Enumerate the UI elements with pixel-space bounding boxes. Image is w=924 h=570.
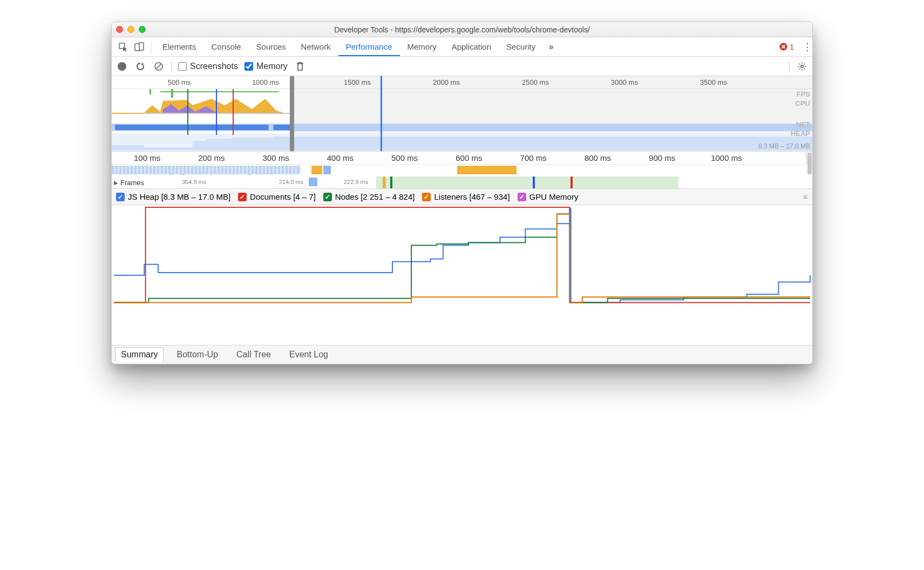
screenshots-checkbox[interactable] xyxy=(178,62,187,71)
tab-elements[interactable]: Elements xyxy=(155,37,204,56)
reload-button[interactable] xyxy=(134,60,146,72)
overview-tick: 1000 ms xyxy=(252,78,279,86)
details-tab-bottom-up[interactable]: Bottom-Up xyxy=(171,348,223,362)
svg-rect-2 xyxy=(139,43,144,50)
details-tabs: SummaryBottom-UpCall TreeEvent Log xyxy=(112,345,812,364)
memory-legend: ✓JS Heap [8.3 MB – 17.0 MB]✓Documents [4… xyxy=(112,189,812,205)
overview-cursor[interactable] xyxy=(381,76,382,151)
overview-ruler: 500 ms1000 ms1500 ms2000 ms2500 ms3000 m… xyxy=(112,76,812,89)
overview-heap-range: 8.3 MB – 17.0 MB xyxy=(758,142,810,150)
maximize-window-button[interactable] xyxy=(139,26,146,33)
detail-tick: 200 ms xyxy=(198,153,225,162)
tab-memory[interactable]: Memory xyxy=(400,37,444,56)
legend-swatch: ✓ xyxy=(422,193,431,201)
tab-performance[interactable]: Performance xyxy=(338,37,400,56)
tab-network[interactable]: Network xyxy=(294,37,338,56)
tab-application[interactable]: Application xyxy=(444,37,499,56)
frame-bar[interactable] xyxy=(309,178,317,186)
frames-track[interactable] xyxy=(376,177,678,188)
legend-item[interactable]: ✓JS Heap [8.3 MB – 17.0 MB] xyxy=(116,192,230,201)
minimize-window-button[interactable] xyxy=(127,26,134,33)
detail-tick: 400 ms xyxy=(327,153,354,162)
record-button[interactable] xyxy=(116,60,128,72)
legend-item[interactable]: ✓Listeners [467 – 934] xyxy=(422,192,509,201)
legend-item[interactable]: ✓Documents [4 – 7] xyxy=(238,192,316,201)
network-lane[interactable]: ▶ Network loners google com/ (developers… xyxy=(112,165,812,177)
separator xyxy=(171,60,172,72)
details-tab-summary[interactable]: Summary xyxy=(115,347,164,362)
window-titlebar: Developer Tools - https://developers.goo… xyxy=(112,22,812,37)
detail-scrollbar[interactable] xyxy=(806,152,812,164)
inspect-element-icon[interactable] xyxy=(115,39,131,55)
legend-label: Documents [4 – 7] xyxy=(250,192,316,201)
legend-item[interactable]: ✓Nodes [2 251 – 4 824] xyxy=(323,192,415,201)
detail-tick: 800 ms xyxy=(585,153,611,162)
panel-tabs: ElementsConsoleSourcesNetworkPerformance… xyxy=(112,37,812,57)
details-tab-event-log[interactable]: Event Log xyxy=(284,348,334,362)
tab-sources[interactable]: Sources xyxy=(249,37,294,56)
network-request-bar[interactable] xyxy=(323,166,331,174)
settings-gear-icon[interactable] xyxy=(796,60,808,72)
devtools-window: Developer Tools - https://developers.goo… xyxy=(111,22,813,364)
legend-menu-icon[interactable]: ≡ xyxy=(803,193,808,201)
memory-toggle[interactable]: Memory xyxy=(244,62,288,71)
separator xyxy=(789,60,790,72)
frames-lane[interactable]: ▶ Frames 364.9 ms 214.0 ms 222.9 ms xyxy=(112,177,812,188)
network-request-bar[interactable] xyxy=(457,166,517,174)
chart-series-nodes xyxy=(114,214,810,303)
detail-tick: 500 ms xyxy=(391,153,418,162)
overview-tick: 2000 ms xyxy=(433,78,460,86)
frame-timing: 222.9 ms xyxy=(344,179,368,185)
frame-timing: 364.9 ms xyxy=(182,179,206,185)
svg-rect-7 xyxy=(150,89,151,94)
svg-rect-9 xyxy=(160,91,279,92)
error-count[interactable]: 1 xyxy=(775,43,798,51)
more-panels-icon[interactable]: » xyxy=(543,39,559,55)
frame-timing: 214.0 ms xyxy=(279,179,303,185)
chart-series-listeners xyxy=(114,214,810,303)
legend-item[interactable]: ✓GPU Memory xyxy=(518,192,579,201)
clear-button[interactable] xyxy=(153,60,165,72)
legend-label: JS Heap [8.3 MB – 17.0 MB] xyxy=(128,192,230,201)
overview-tick: 3500 ms xyxy=(700,78,727,86)
garbage-collect-icon[interactable] xyxy=(294,60,306,72)
close-window-button[interactable] xyxy=(116,26,123,33)
network-request-bar[interactable] xyxy=(311,166,322,174)
separator xyxy=(147,41,152,53)
device-toolbar-icon[interactable] xyxy=(131,39,147,55)
overview-tick: 1500 ms xyxy=(344,78,371,86)
detail-ruler[interactable]: 100 ms200 ms300 ms400 ms500 ms600 ms700 … xyxy=(112,152,812,165)
memory-checkbox[interactable] xyxy=(244,62,253,71)
legend-label: GPU Memory xyxy=(529,192,579,201)
detail-tick: 900 ms xyxy=(649,153,675,162)
screenshots-label: Screenshots xyxy=(190,62,238,71)
svg-rect-12 xyxy=(274,125,291,130)
legend-swatch: ✓ xyxy=(116,193,125,201)
overview-tick: 3000 ms xyxy=(611,78,638,86)
detail-tick: 100 ms xyxy=(134,153,160,162)
legend-swatch: ✓ xyxy=(518,193,526,201)
detail-tick: 700 ms xyxy=(520,153,547,162)
memory-chart[interactable] xyxy=(112,205,812,345)
detail-tick: 1000 ms xyxy=(711,153,742,162)
tab-security[interactable]: Security xyxy=(499,37,543,56)
svg-line-5 xyxy=(156,64,161,69)
memory-label: Memory xyxy=(256,62,288,71)
overview-marker-blue xyxy=(216,89,217,135)
detail-tick: 300 ms xyxy=(263,153,289,162)
disclosure-triangle-icon[interactable]: ▶ xyxy=(114,180,118,186)
performance-toolbar: Screenshots Memory xyxy=(112,57,812,76)
network-request-bar[interactable] xyxy=(112,166,301,174)
screenshots-toggle[interactable]: Screenshots xyxy=(178,62,238,71)
svg-rect-8 xyxy=(171,89,173,98)
svg-point-6 xyxy=(801,65,803,67)
tab-console[interactable]: Console xyxy=(204,37,249,56)
overview-handle-right[interactable] xyxy=(290,76,294,151)
overview-pane[interactable]: 500 ms1000 ms1500 ms2000 ms2500 ms3000 m… xyxy=(112,76,812,152)
settings-kebab-icon[interactable]: ⋮ xyxy=(798,41,809,53)
fps-label: FPS xyxy=(791,90,810,99)
overview-track-labels: FPS CPU NET HEAP xyxy=(791,90,810,139)
details-tab-call-tree[interactable]: Call Tree xyxy=(231,348,276,362)
flame-chart-lanes[interactable]: ▶ Network loners google com/ (developers… xyxy=(112,165,812,189)
detail-tick: 600 ms xyxy=(456,153,482,162)
